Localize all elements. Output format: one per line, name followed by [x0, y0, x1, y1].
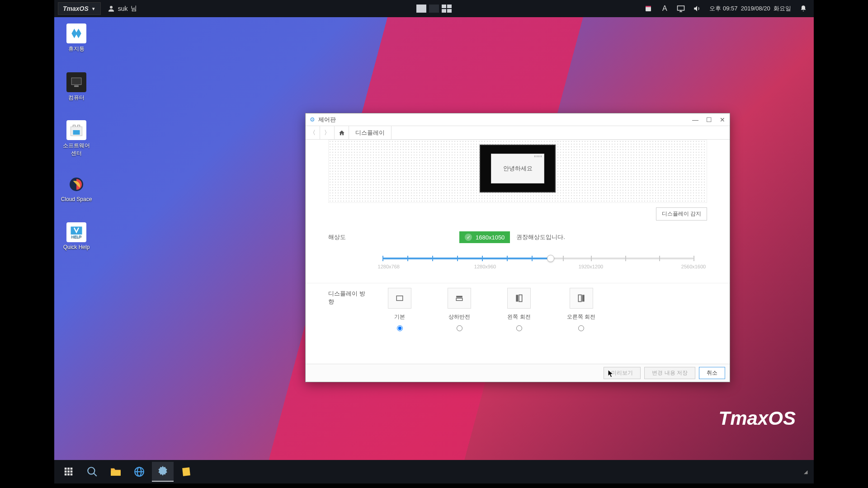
- svg-rect-20: [71, 468, 73, 470]
- preview-greeting: 안녕하세요: [491, 154, 544, 183]
- resolution-note: 권장해상도입니다.: [516, 233, 565, 241]
- svg-rect-25: [67, 474, 70, 476]
- user-name: suk: [118, 5, 128, 12]
- orient-radio-right[interactable]: [578, 325, 584, 331]
- notification-icon[interactable]: [799, 5, 807, 13]
- forward-button[interactable]: 〉: [320, 126, 335, 140]
- svg-point-0: [110, 6, 113, 9]
- desktop[interactable]: 휴지통 컴퓨터 소프트웨어 센터 Cloud Space HELP Quick …: [54, 17, 814, 460]
- check-icon: ✓: [465, 234, 472, 241]
- svg-rect-32: [182, 467, 190, 476]
- window-title: 제어판: [318, 116, 336, 124]
- quick-help-icon[interactable]: HELP Quick Help: [60, 222, 93, 250]
- svg-rect-7: [73, 130, 80, 135]
- trash-icon[interactable]: 휴지통: [60, 23, 93, 53]
- orient-default[interactable]: 기본: [388, 288, 411, 331]
- svg-rect-14: [516, 295, 518, 302]
- svg-rect-24: [65, 474, 67, 476]
- app-launcher[interactable]: [58, 462, 80, 482]
- current-resolution-badge: ✓ 1680x1050: [459, 231, 510, 243]
- text-icon[interactable]: A: [660, 5, 669, 13]
- os-brand: TmaxOS: [719, 408, 796, 429]
- settings-button[interactable]: [152, 462, 174, 482]
- search-button[interactable]: [81, 462, 103, 482]
- vd-2[interactable]: [429, 5, 439, 13]
- svg-rect-4: [71, 78, 81, 84]
- software-center-icon[interactable]: 소프트웨어 센터: [60, 120, 93, 157]
- svg-rect-12: [456, 296, 462, 298]
- os-menu[interactable]: TmaxOS ▼: [58, 2, 101, 15]
- gear-icon: ⚙: [309, 117, 316, 123]
- window-footer: 미리보기 변경 내용 저장 취소: [306, 364, 730, 382]
- os-name: TmaxOS: [63, 5, 89, 12]
- resolution-slider[interactable]: 1280x768 1280x960 1920x1200 2560x1600: [382, 254, 693, 274]
- volume-icon[interactable]: [693, 5, 701, 13]
- orient-right[interactable]: 오른쪽 회전: [567, 288, 595, 331]
- note-icon[interactable]: [644, 5, 652, 13]
- cloud-space-icon[interactable]: Cloud Space: [60, 174, 93, 202]
- svg-point-27: [88, 467, 94, 474]
- breadcrumb[interactable]: 디스플레이: [349, 126, 392, 139]
- cursor-icon: [608, 370, 614, 379]
- control-panel-window: ⚙ 제어판 — ☐ ✕ 〈 〉 디스플레이 안녕하세요: [305, 113, 730, 382]
- top-panel: TmaxOS ▼ suk 님 A 오후 09:57 2019/08/20 화요일: [54, 0, 814, 17]
- slider-thumb[interactable]: [547, 255, 554, 262]
- minimize-button[interactable]: —: [692, 116, 699, 123]
- file-manager-button[interactable]: [105, 462, 127, 482]
- icon-label: 컴퓨터: [60, 94, 93, 102]
- svg-rect-26: [71, 474, 73, 476]
- icon-label: 휴지통: [60, 45, 93, 53]
- svg-rect-19: [67, 468, 70, 470]
- svg-rect-22: [67, 470, 70, 473]
- display-preview-area: 안녕하세요: [328, 140, 707, 203]
- svg-rect-2: [646, 6, 651, 7]
- svg-rect-28: [111, 471, 121, 476]
- icon-label: Cloud Space: [60, 196, 93, 202]
- display-icon[interactable]: [677, 5, 685, 13]
- svg-text:HELP: HELP: [71, 235, 82, 239]
- svg-rect-18: [65, 468, 67, 470]
- window-content: 안녕하세요 디스플레이 감지 해상도 ✓ 1680x1050 권: [306, 140, 730, 364]
- svg-rect-3: [678, 6, 684, 10]
- browser-button[interactable]: [128, 462, 150, 482]
- orient-radio-default[interactable]: [397, 325, 403, 331]
- chevron-down-icon: ▼: [91, 6, 96, 11]
- maximize-button[interactable]: ☐: [705, 116, 712, 123]
- monitor-preview[interactable]: 안녕하세요: [480, 145, 556, 192]
- cancel-button[interactable]: 취소: [699, 367, 725, 379]
- close-button[interactable]: ✕: [719, 116, 726, 123]
- resolution-section: 해상도 ✓ 1680x1050 권장해상도입니다.: [306, 227, 730, 283]
- icon-label: 소프트웨어 센터: [60, 142, 93, 157]
- nav-toolbar: 〈 〉 디스플레이: [306, 126, 730, 140]
- user-icon: [107, 5, 115, 13]
- orient-left[interactable]: 왼쪽 회전: [507, 288, 531, 331]
- svg-rect-5: [75, 86, 79, 87]
- vd-1[interactable]: [416, 5, 426, 13]
- svg-rect-17: [578, 295, 581, 302]
- svg-rect-23: [71, 470, 73, 473]
- titlebar[interactable]: ⚙ 제어판 — ☐ ✕: [306, 113, 730, 126]
- orient-radio-left[interactable]: [516, 325, 522, 331]
- svg-rect-13: [456, 298, 462, 300]
- virtual-desktops: [416, 5, 452, 13]
- svg-rect-15: [519, 295, 522, 302]
- computer-icon[interactable]: 컴퓨터: [60, 72, 93, 102]
- vd-overview[interactable]: [442, 5, 452, 13]
- orientation-label: 디스플레이 방향: [328, 288, 369, 331]
- svg-rect-21: [65, 470, 67, 473]
- detect-displays-button[interactable]: 디스플레이 감지: [656, 207, 707, 221]
- orient-radio-flip[interactable]: [457, 325, 462, 331]
- back-button[interactable]: 〈: [306, 126, 320, 140]
- svg-rect-11: [396, 296, 403, 301]
- notes-button[interactable]: [175, 462, 197, 482]
- resolution-label: 해상도: [328, 231, 369, 274]
- save-button[interactable]: 변경 내용 저장: [644, 367, 695, 379]
- orient-flip[interactable]: 상하반전: [448, 288, 471, 331]
- user-indicator[interactable]: suk 님: [107, 5, 137, 13]
- taskbar: ◢: [54, 460, 814, 483]
- taskbar-tray-icon[interactable]: ◢: [804, 469, 810, 475]
- icon-label: Quick Help: [60, 244, 93, 250]
- user-suffix: 님: [131, 5, 137, 13]
- clock[interactable]: 오후 09:57 2019/08/20 화요일: [709, 5, 791, 13]
- home-button[interactable]: [335, 126, 349, 140]
